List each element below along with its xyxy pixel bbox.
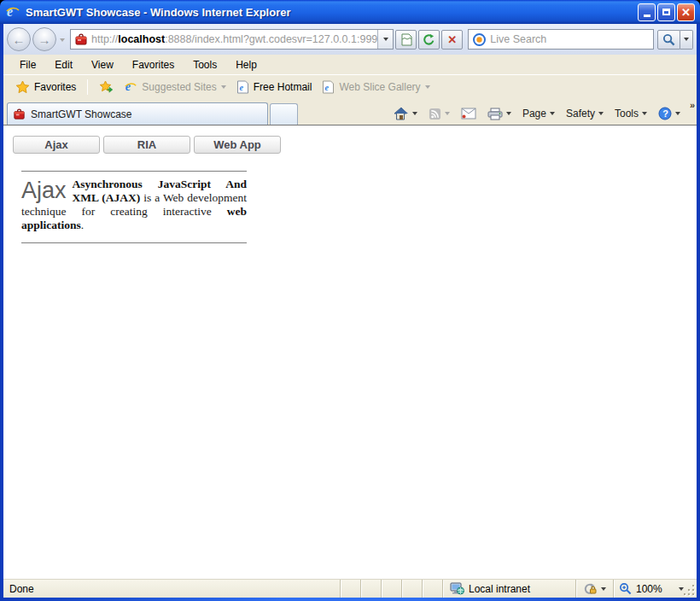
ajax-button[interactable]: Ajax: [13, 136, 100, 154]
new-tab-button[interactable]: [270, 103, 298, 125]
menu-tools[interactable]: Tools: [184, 56, 226, 73]
web-app-button[interactable]: Web App: [194, 136, 281, 154]
page-content: Ajax RIA Web App Ajax Asynchronous JavaS…: [3, 125, 697, 579]
compatibility-view-icon: [400, 33, 412, 46]
stop-button[interactable]: ✕: [441, 30, 463, 50]
safety-menu-button[interactable]: Safety: [562, 105, 608, 122]
menu-bar: File Edit View Favorites Tools Help: [3, 55, 697, 75]
status-text: Done: [3, 580, 340, 598]
tab-smartgwt-showcase[interactable]: SmartGWT Showcase: [7, 102, 268, 125]
minimize-icon: [644, 15, 650, 17]
search-button[interactable]: [657, 30, 680, 50]
tab-label: SmartGWT Showcase: [31, 108, 131, 120]
window-border-bottom: [0, 598, 700, 601]
maximize-button[interactable]: [657, 3, 675, 21]
tools-menu-button[interactable]: Tools: [610, 105, 651, 122]
feeds-button[interactable]: [424, 105, 454, 123]
suggested-sites-button[interactable]: e Suggested Sites: [119, 79, 230, 96]
live-search-logo-icon: [472, 32, 487, 47]
security-zone: Local intranet: [442, 580, 575, 598]
ria-button[interactable]: RIA: [103, 136, 190, 154]
page-menu-label: Page: [522, 108, 546, 120]
refresh-button[interactable]: [418, 30, 440, 50]
free-hotmail-label: Free Hotmail: [254, 81, 312, 93]
zoom-level: 100%: [636, 583, 662, 595]
address-dropdown-button[interactable]: [377, 30, 393, 49]
search-options-dropdown[interactable]: [680, 30, 693, 50]
add-favorite-star-icon: [99, 80, 114, 94]
close-button[interactable]: ✕: [677, 3, 695, 21]
showcase-button-row: Ajax RIA Web App: [13, 136, 697, 154]
tools-menu-label: Tools: [615, 108, 639, 120]
chevron-down-icon: [383, 38, 388, 41]
address-input[interactable]: http://localhost:8888/index.html?gwt.cod…: [70, 29, 394, 50]
help-button[interactable]: ?: [654, 104, 685, 123]
menu-help[interactable]: Help: [226, 56, 266, 73]
search-box[interactable]: [468, 29, 654, 50]
page-menu-button[interactable]: Page: [518, 105, 559, 122]
add-to-favorites-bar-button[interactable]: [94, 79, 119, 96]
url-host: localhost: [118, 33, 165, 45]
magnifier-icon: [662, 33, 675, 46]
webpage-icon: e: [322, 80, 335, 94]
resize-grip[interactable]: [685, 580, 697, 598]
forward-arrow-icon: →: [38, 32, 51, 47]
compatibility-view-button[interactable]: [395, 30, 417, 50]
toolbar-overflow-chevron[interactable]: »: [690, 100, 695, 110]
forward-button[interactable]: →: [32, 27, 56, 51]
svg-text:e: e: [7, 4, 13, 19]
menu-view[interactable]: View: [82, 56, 123, 73]
url-text: http://localhost:8888/index.html?gwt.cod…: [91, 33, 377, 45]
menu-file[interactable]: File: [10, 56, 45, 73]
status-pane: [360, 580, 381, 598]
web-slice-gallery-label: Web Slice Gallery: [339, 81, 420, 93]
home-icon: [394, 107, 409, 120]
recent-pages-dropdown[interactable]: [60, 35, 65, 44]
chevron-down-icon: [679, 587, 684, 591]
back-button[interactable]: ←: [7, 27, 31, 51]
back-arrow-icon: ←: [13, 32, 26, 47]
tab-bar: SmartGWT Showcase: [3, 99, 697, 125]
chevron-down-icon: [675, 112, 680, 115]
zoom-control[interactable]: 100%: [613, 580, 685, 598]
panel-heading: Ajax: [21, 180, 67, 201]
status-pane: [381, 580, 401, 598]
free-hotmail-button[interactable]: e Free Hotmail: [231, 79, 318, 96]
status-pane: [340, 580, 360, 598]
maximize-icon: [662, 9, 670, 15]
menu-favorites[interactable]: Favorites: [123, 56, 184, 73]
status-pane: [422, 580, 442, 598]
home-button[interactable]: [389, 104, 422, 123]
zone-label: Local intranet: [469, 583, 530, 595]
chevron-down-icon: [221, 85, 226, 89]
chevron-down-icon: [598, 112, 604, 115]
chevron-down-icon: [601, 587, 606, 591]
suggested-sites-label: Suggested Sites: [142, 81, 216, 93]
read-mail-button[interactable]: [457, 105, 481, 122]
favorites-bar: Favorites e Suggested Sites e Free Hotma…: [3, 75, 697, 99]
chevron-down-icon: [506, 112, 511, 115]
svg-text:e: e: [325, 83, 330, 92]
star-icon: [15, 80, 30, 94]
svg-text:e: e: [125, 80, 131, 93]
favorites-label: Favorites: [34, 81, 76, 93]
protected-mode-icon: [583, 582, 597, 595]
search-input[interactable]: [490, 33, 650, 45]
title-bar: e SmartGWT Showcase - Windows Internet E…: [0, 0, 700, 24]
menu-edit[interactable]: Edit: [45, 56, 82, 73]
close-icon: ✕: [681, 7, 691, 18]
window-title: SmartGWT Showcase - Windows Internet Exp…: [26, 6, 638, 19]
print-button[interactable]: [483, 105, 516, 123]
chevron-down-icon: [445, 112, 450, 115]
ie-logo-icon: e: [5, 4, 20, 20]
status-bar: Done Local intranet: [3, 579, 697, 598]
favorites-button[interactable]: Favorites: [10, 79, 81, 96]
refresh-icon: [423, 33, 435, 46]
chevron-down-icon: [642, 112, 647, 115]
chevron-down-icon: [425, 85, 430, 89]
status-pane: [401, 580, 422, 598]
web-slice-gallery-button[interactable]: e Web Slice Gallery: [317, 79, 435, 96]
site-favicon: [74, 32, 88, 46]
inprivate-settings-button[interactable]: [575, 580, 613, 598]
minimize-button[interactable]: [638, 3, 656, 21]
